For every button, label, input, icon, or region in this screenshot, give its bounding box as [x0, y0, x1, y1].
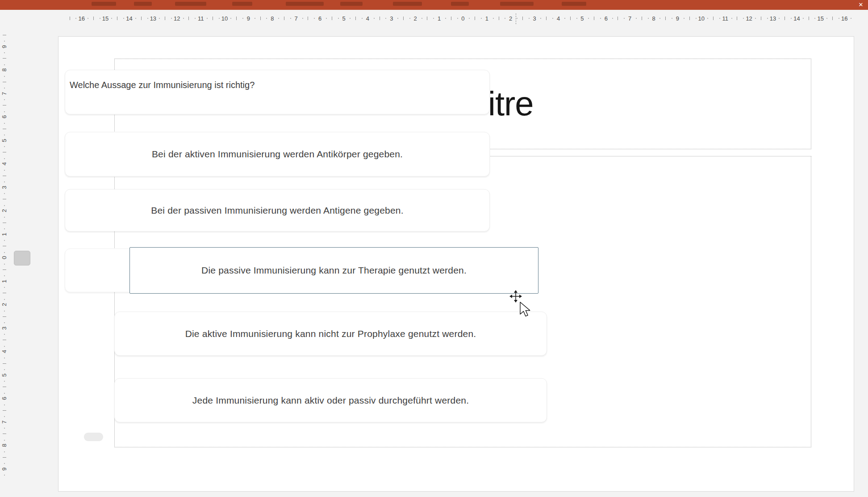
- blurred-menu-text: [451, 2, 469, 6]
- title-bar: ✕: [0, 0, 868, 10]
- ruler-tick-label: 6: [0, 105, 9, 129]
- ruler-tick-label: 8: [0, 434, 9, 458]
- answer-option-text: Die aktive Immunisierung kann nicht zur …: [185, 329, 476, 339]
- ruler-tick-label: 6: [0, 387, 9, 411]
- ruler-tick-label: 2: [499, 11, 522, 26]
- blurred-menu-text: [232, 2, 252, 6]
- ruler-tick-label: 8: [0, 59, 9, 82]
- ruler-tick-label: 2: [0, 199, 9, 223]
- ruler-tick-label: 15: [809, 11, 832, 26]
- ruler-tick-label: 13: [761, 11, 785, 26]
- answer-option-text: Jede Immunisierung kann aktiv oder passi…: [192, 395, 469, 406]
- ruler-tick-label: 1: [0, 223, 9, 246]
- ruler-tick-label: 14: [785, 11, 809, 26]
- ruler-tick-label: 3: [380, 11, 403, 26]
- ruler-tick-label: 5: [0, 129, 9, 152]
- slide-canvas[interactable]: itre Welche Aussage zur Immunisierung is…: [58, 36, 854, 492]
- answer-option-4[interactable]: Die aktive Immunisierung kann nicht zur …: [114, 312, 547, 356]
- ruler-tick-label: 2: [403, 11, 427, 26]
- ruler-tick-label: 9: [0, 457, 9, 481]
- horizontal-ruler[interactable]: 1615141312111098765432101234567891011121…: [70, 11, 856, 26]
- ruler-tick-label: 3: [0, 176, 9, 199]
- cursor-overlay: [504, 290, 535, 321]
- blurred-menu-text: [500, 2, 534, 6]
- ruler-tick-label: 5: [332, 11, 355, 26]
- answer-option-text: Bei der aktiven Immunisierung werden Ant…: [152, 149, 403, 160]
- ruler-tick-label: 5: [0, 363, 9, 387]
- ruler-tick-label: 4: [0, 152, 9, 176]
- ruler-tick-label: 7: [0, 82, 9, 105]
- ruler-tick-label: 6: [308, 11, 332, 26]
- ruler-tick-label: 7: [618, 11, 642, 26]
- ruler-tick-label: 12: [737, 11, 761, 26]
- ruler-tick-label: 13: [141, 11, 165, 26]
- ruler-tick-label: 3: [0, 316, 9, 340]
- close-button[interactable]: ✕: [856, 0, 865, 9]
- ruler-tick-label: 9: [0, 35, 9, 59]
- blurred-menu-text: [92, 2, 116, 6]
- ruler-tick-label: 9: [666, 11, 689, 26]
- answer-option-3-selected[interactable]: Die passive Immunisierung kann zur Thera…: [129, 247, 538, 294]
- ruler-tick-label: 7: [0, 410, 9, 434]
- ruler-tick-label: 2: [0, 293, 9, 317]
- ruler-tick-label: 9: [237, 11, 260, 26]
- ruler-tick-label: 10: [213, 11, 236, 26]
- blurred-menu-text: [286, 2, 324, 6]
- ruler-tick-label: 4: [0, 340, 9, 364]
- ruler-tick-label: 12: [165, 11, 189, 26]
- ruler-tick-label: 10: [689, 11, 713, 26]
- ruler-tick-label: 11: [714, 11, 737, 26]
- ruler-tick-label: 11: [189, 11, 213, 26]
- question-textbox[interactable]: Welche Aussage zur Immunisierung ist ric…: [65, 70, 490, 114]
- ruler-tick-label: 5: [570, 11, 594, 26]
- ruler-tick-label: 0: [451, 11, 475, 26]
- pointer-cursor-icon: [520, 302, 530, 316]
- answer-option-text: Bei der passiven Immunisierung werden An…: [151, 205, 404, 216]
- question-text: Welche Aussage zur Immunisierung ist ric…: [65, 70, 489, 90]
- ruler-tick-label: 7: [284, 11, 308, 26]
- ruler-tick-label: 16: [833, 11, 856, 26]
- ruler-tick-label: 0: [0, 246, 9, 270]
- answer-option-text: Die passive Immunisierung kann zur Thera…: [201, 265, 467, 276]
- move-cursor-icon: [509, 290, 522, 303]
- ruler-tick-label: 8: [642, 11, 665, 26]
- ruler-tick-label: 8: [260, 11, 284, 26]
- ruler-tick-label: 1: [0, 270, 9, 293]
- ruler-tick-label: 3: [522, 11, 546, 26]
- answer-option-2[interactable]: Bei der passiven Immunisierung werden An…: [65, 189, 490, 232]
- pane-resize-handle[interactable]: [14, 251, 30, 265]
- ruler-tick-label: 4: [356, 11, 380, 26]
- ruler-tick-label: 1: [475, 11, 499, 26]
- vertical-ruler[interactable]: 9876543210123456789: [0, 35, 9, 481]
- blurred-menu-text: [175, 2, 206, 6]
- ruler-tick-label: 14: [117, 11, 141, 26]
- blurred-menu-text: [562, 2, 586, 6]
- blurred-menu-text: [340, 2, 363, 6]
- ruler-cursor-indicator: [516, 13, 516, 24]
- slide-title-text[interactable]: itre: [488, 87, 534, 121]
- ruler-tick-label: 4: [547, 11, 570, 26]
- blurred-artifact: [84, 433, 103, 441]
- ruler-tick-label: 1: [427, 11, 451, 26]
- blurred-menu-text: [134, 2, 152, 6]
- ruler-tick-label: 6: [594, 11, 618, 26]
- ruler-tick-label: 16: [70, 11, 93, 26]
- ruler-tick-label: 15: [93, 11, 117, 26]
- answer-option-1[interactable]: Bei der aktiven Immunisierung werden Ant…: [65, 132, 490, 177]
- blurred-menu-text: [393, 2, 422, 6]
- answer-option-5[interactable]: Jede Immunisierung kann aktiv oder passi…: [114, 378, 547, 422]
